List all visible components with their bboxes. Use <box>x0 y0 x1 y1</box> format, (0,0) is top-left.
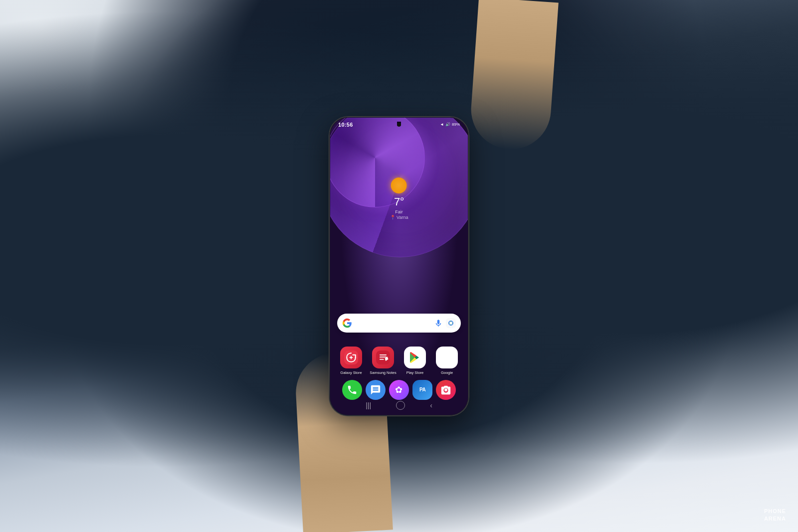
navigation-bar: ||| ‹ <box>330 398 468 412</box>
play-store-icon <box>404 347 426 368</box>
nav-recent-button[interactable]: ||| <box>366 401 371 409</box>
nav-home-button[interactable] <box>396 401 405 410</box>
google-icon <box>436 347 458 368</box>
microphone-icon <box>434 319 443 328</box>
google-label: Google <box>441 370 453 375</box>
page-dot-4 <box>405 324 408 326</box>
google-g-icon <box>342 318 352 328</box>
weather-sun-icon <box>391 177 407 193</box>
weather-temperature: 7° <box>390 195 408 208</box>
volume-icon: 🔊 <box>445 122 450 127</box>
front-camera <box>397 123 401 127</box>
status-icons: ◄ 🔊 89% <box>440 122 460 127</box>
phone-call-icon <box>342 380 362 400</box>
bixby-icon: ✿ <box>389 380 409 400</box>
phone-chassis: 10:56 ◄ 🔊 89% 7° Fair 📍 Varna <box>329 117 469 416</box>
camera-icon <box>436 380 456 400</box>
page-dot-3 <box>400 324 403 326</box>
svg-rect-5 <box>380 356 387 357</box>
app-play-store[interactable]: Play Store <box>401 347 429 375</box>
dock-phone[interactable] <box>340 380 364 400</box>
weather-condition: Fair <box>390 209 408 214</box>
phonearena-icon: PA <box>412 380 432 400</box>
phonearena-watermark: PHONE ARENA <box>764 508 786 522</box>
galaxy-store-label: Galaxy Store <box>340 370 362 375</box>
app-samsung-notes[interactable]: Samsung Notes <box>369 347 397 375</box>
pin-icon: 📍 <box>390 215 396 220</box>
svg-rect-0 <box>446 318 456 328</box>
samsung-notes-icon <box>372 347 394 368</box>
bottom-dock: ✿ PA <box>340 380 458 399</box>
google-lens-icon <box>446 318 456 328</box>
app-google[interactable]: Google <box>433 347 461 375</box>
dock-messages[interactable] <box>364 380 387 400</box>
svg-rect-4 <box>380 354 387 355</box>
svg-rect-6 <box>380 358 384 359</box>
app-grid: Galaxy Store Samsung Notes <box>337 347 461 375</box>
page-indicators <box>391 324 408 326</box>
app-galaxy-store[interactable]: Galaxy Store <box>337 347 365 375</box>
dock-camera[interactable] <box>434 380 458 400</box>
dock-phonearena[interactable]: PA <box>411 380 434 400</box>
signal-icon: ◄ <box>440 122 444 127</box>
page-dot-2 <box>396 324 398 326</box>
samsung-notes-label: Samsung Notes <box>370 370 396 375</box>
phone-screen[interactable]: 10:56 ◄ 🔊 89% 7° Fair 📍 Varna <box>330 118 468 415</box>
phone-device: 10:56 ◄ 🔊 89% 7° Fair 📍 Varna <box>329 117 469 416</box>
battery-icon: 89% <box>452 122 460 127</box>
status-time: 10:56 <box>338 122 353 128</box>
messages-icon <box>366 380 386 400</box>
watermark-line1: PHONE <box>764 508 786 515</box>
weather-widget[interactable]: 7° Fair 📍 Varna <box>390 177 408 220</box>
nav-back-button[interactable]: ‹ <box>430 401 432 409</box>
page-dot-1 <box>391 324 393 326</box>
galaxy-store-icon <box>340 347 362 368</box>
play-store-label: Play Store <box>406 370 424 375</box>
google-search-bar[interactable] <box>337 314 461 333</box>
dock-bixby[interactable]: ✿ <box>387 380 410 400</box>
watermark-line2: ARENA <box>764 515 786 522</box>
weather-location: 📍 Varna <box>390 215 408 220</box>
